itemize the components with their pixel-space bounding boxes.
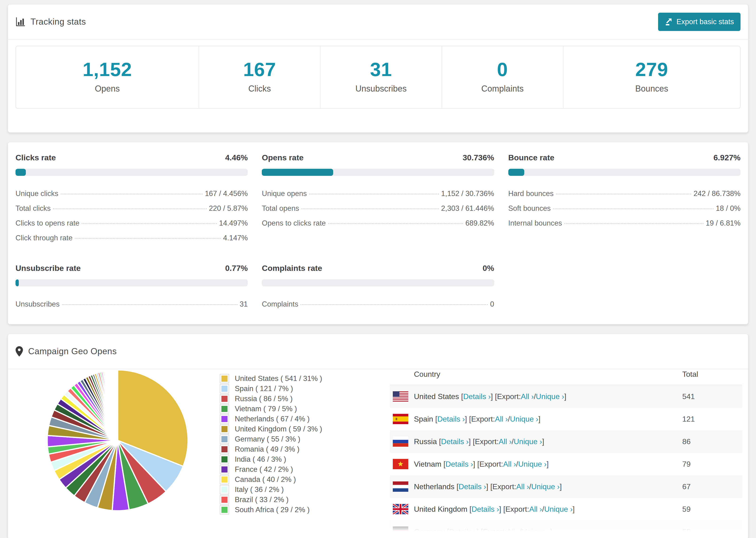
legend-item-india: India ( 46 / 3% ) xyxy=(220,454,322,464)
progress-bar-fill xyxy=(16,169,26,176)
rate-row-total-clicks: Total clicks220 / 5.87% xyxy=(16,204,248,213)
dotted-leader xyxy=(565,223,703,224)
stats-summary-bar: 1,152Opens167Clicks31Unsubscribes0Compla… xyxy=(16,46,740,109)
geo-table-row-united-kingdom: United Kingdom [Details ›] [Export: All … xyxy=(390,498,742,520)
export-unique-link[interactable]: Unique › xyxy=(531,482,560,491)
progress-bar xyxy=(16,279,248,286)
rate-title: Bounce rate xyxy=(508,153,555,162)
details-link[interactable]: Details › xyxy=(471,505,499,513)
geo-table-row-united-states: United States [Details ›] [Export: All ›… xyxy=(390,385,742,408)
geo-table-row-vietnam: Vietnam [Details ›] [Export: All › / Uni… xyxy=(390,453,742,475)
legend-item-netherlands: Netherlands ( 67 / 4% ) xyxy=(220,414,322,424)
legend-item-germany: Germany ( 55 / 3% ) xyxy=(220,434,322,444)
progress-bar-fill xyxy=(262,169,333,176)
export-all-link[interactable]: All › xyxy=(495,415,508,423)
legend-swatch xyxy=(220,384,229,394)
stat-label: Complaints xyxy=(442,84,563,94)
legend-label: Vietnam ( 79 / 5% ) xyxy=(235,405,297,413)
geo-table-row-germany: Germany [Details ›] [Export: All › / Uni… xyxy=(390,520,742,538)
stat-opens: 1,152Opens xyxy=(16,46,199,108)
rate-value: 0% xyxy=(483,264,494,273)
rate-value: 4.46% xyxy=(225,153,248,162)
bracket-close-text: ] xyxy=(550,527,552,536)
stat-value: 279 xyxy=(564,58,740,81)
country-column-header: Country xyxy=(390,370,682,379)
page: Tracking stats Export basic stats 1,152O… xyxy=(0,0,756,538)
legend-label: Brazil ( 33 / 2% ) xyxy=(235,496,289,504)
geo-pie-chart xyxy=(42,365,193,515)
details-link[interactable]: Details › xyxy=(437,415,465,423)
rate-row-value: 1,152 / 30.736% xyxy=(441,189,494,198)
slash-text: / xyxy=(534,392,536,401)
export-unique-link[interactable]: Unique › xyxy=(518,460,547,468)
details-link[interactable]: Details › xyxy=(459,482,486,491)
legend-label: Germany ( 55 / 3% ) xyxy=(235,435,300,443)
bracket-close-text: ] xyxy=(538,415,540,423)
rate-row-value: 19 / 6.81% xyxy=(706,219,740,228)
export-all-link[interactable]: All › xyxy=(507,527,519,536)
slash-text: / xyxy=(519,527,522,536)
export-all-link[interactable]: All › xyxy=(521,392,534,401)
legend-item-italy: Italy ( 36 / 2% ) xyxy=(220,484,322,495)
country-name: United Kingdom xyxy=(414,505,467,513)
export-prefix-text: ] [Export: xyxy=(469,437,499,446)
rate-row-clicks-to-opens-rate: Clicks to opens rate14.497% xyxy=(16,219,248,228)
rates-card: Clicks rate4.46%Unique clicks167 / 4.456… xyxy=(8,142,748,324)
export-unique-link[interactable]: Unique › xyxy=(514,437,542,446)
legend-swatch xyxy=(220,485,229,494)
legend-label: Romania ( 49 / 3% ) xyxy=(235,445,299,454)
export-unique-link[interactable]: Unique › xyxy=(544,505,573,513)
export-all-link[interactable]: All › xyxy=(499,437,512,446)
legend-swatch xyxy=(220,424,229,434)
export-prefix-text: ] [Export: xyxy=(491,392,521,401)
stat-value: 167 xyxy=(199,58,320,81)
country-name: Spain xyxy=(414,415,433,423)
rate-row-label: Clicks to opens rate xyxy=(16,219,80,228)
dotted-leader xyxy=(309,194,439,194)
export-unique-link[interactable]: Unique › xyxy=(522,527,550,536)
dotted-leader xyxy=(328,223,463,224)
dotted-leader xyxy=(82,223,217,224)
rate-value: 30.736% xyxy=(462,153,494,162)
dotted-leader xyxy=(556,194,691,194)
germany-flag-icon xyxy=(393,526,408,537)
details-link[interactable]: Details › xyxy=(441,437,469,446)
export-unique-link[interactable]: Unique › xyxy=(536,392,564,401)
united-kingdom-flag-icon xyxy=(393,504,408,514)
legend-swatch xyxy=(220,465,229,474)
legend-swatch xyxy=(220,394,229,404)
tracking-stats-header: Tracking stats Export basic stats xyxy=(8,4,748,40)
bracket-text: [ xyxy=(467,505,472,513)
dotted-leader xyxy=(61,194,203,194)
details-link[interactable]: Details › xyxy=(449,527,476,536)
bracket-close-text: ] xyxy=(542,437,544,446)
details-link[interactable]: Details › xyxy=(463,392,491,401)
legend-label: Netherlands ( 67 / 4% ) xyxy=(235,415,310,423)
netherlands-flag-icon xyxy=(393,481,408,492)
export-unique-link[interactable]: Unique › xyxy=(510,415,538,423)
export-all-link[interactable]: All › xyxy=(516,482,529,491)
export-all-link[interactable]: All › xyxy=(529,505,542,513)
rate-row-value: 689.82% xyxy=(465,219,494,228)
rate-row-value: 242 / 86.738% xyxy=(693,189,740,198)
geo-table-row-russia: Russia [Details ›] [Export: All › / Uniq… xyxy=(390,430,742,453)
country-name: Netherlands xyxy=(414,482,455,491)
legend-swatch xyxy=(220,374,229,383)
export-all-link[interactable]: All › xyxy=(503,460,516,468)
country-total: 121 xyxy=(682,415,742,423)
country-name: Russia xyxy=(414,437,437,446)
export-prefix-text: ] [Export: xyxy=(486,482,516,491)
slash-text: / xyxy=(508,415,510,423)
pie-slice xyxy=(117,370,118,440)
country-total: 59 xyxy=(682,505,742,513)
stat-label: Unsubscribes xyxy=(320,84,441,94)
rate-row-opens-to-clicks-rate: Opens to clicks rate689.82% xyxy=(262,219,494,228)
rate-row-hard-bounces: Hard bounces242 / 86.738% xyxy=(508,189,740,198)
export-basic-stats-button[interactable]: Export basic stats xyxy=(658,13,740,31)
dotted-leader xyxy=(301,208,439,209)
rate-row-value: 31 xyxy=(240,300,248,308)
export-prefix-text: ] [Export: xyxy=(499,505,529,513)
bracket-close-text: ] xyxy=(573,505,575,513)
details-link[interactable]: Details › xyxy=(446,460,473,468)
united-states-flag-icon xyxy=(393,391,408,402)
